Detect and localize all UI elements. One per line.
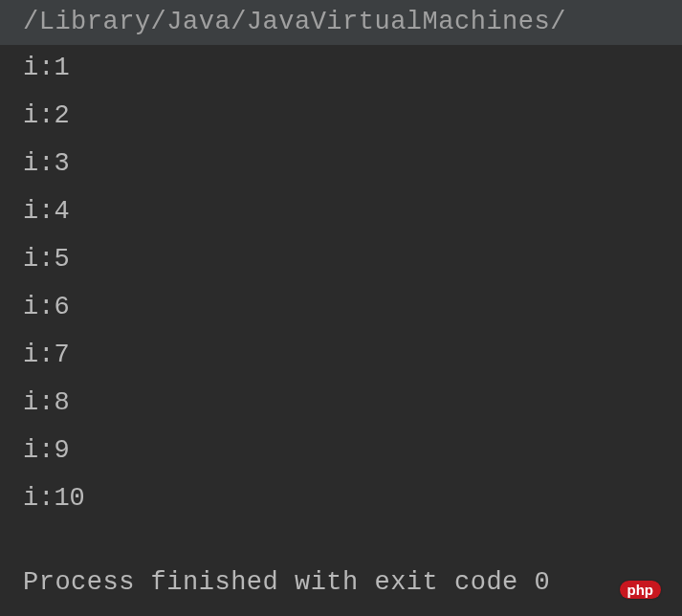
output-line: i:6	[0, 284, 682, 332]
execution-path: /Library/Java/JavaVirtualMachines/	[0, 0, 682, 45]
output-line: i:4	[0, 188, 682, 236]
console-output: /Library/Java/JavaVirtualMachines/ i:1 i…	[0, 0, 682, 601]
watermark-badge: php	[620, 581, 662, 599]
output-line: i:9	[0, 428, 682, 475]
exit-message: Process finished with exit code 0	[0, 566, 682, 600]
output-line: i:2	[0, 93, 682, 141]
blank-line	[0, 522, 682, 566]
output-line: i:5	[0, 236, 682, 284]
output-line: i:3	[0, 141, 682, 188]
watermark: php	[620, 581, 660, 599]
output-line: i:10	[0, 475, 682, 523]
output-line: i:7	[0, 332, 682, 380]
output-line: i:1	[0, 45, 682, 93]
output-line: i:8	[0, 380, 682, 428]
